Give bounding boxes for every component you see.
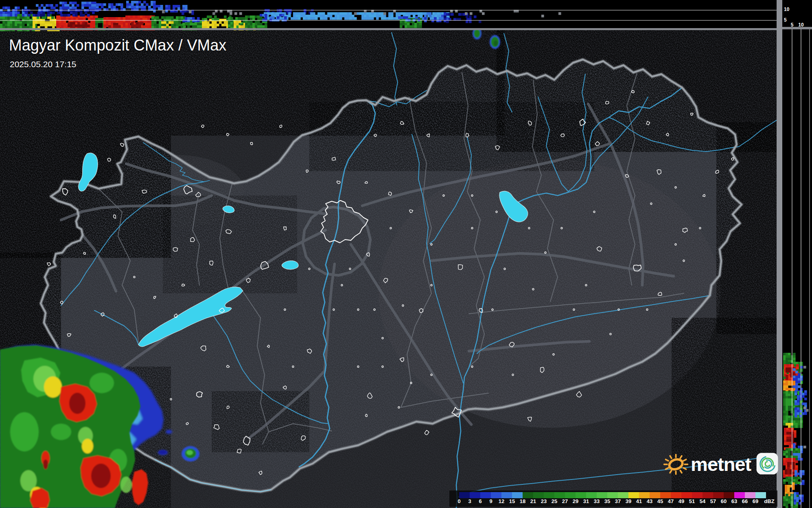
radar-cell [788, 367, 791, 370]
colorbar-cell [501, 492, 512, 498]
radar-cell [798, 373, 801, 376]
radar-cell [400, 20, 403, 23]
radar-cell [214, 24, 217, 26]
radar-cell [10, 24, 13, 26]
radar-cell [788, 388, 791, 391]
radar-cell [797, 395, 800, 398]
radar-cell [190, 20, 193, 23]
radar-cell [221, 19, 224, 22]
radar-cell [288, 12, 291, 15]
radar-cell [48, 4, 51, 7]
colorbar-cell [703, 492, 713, 498]
radar-cell [197, 20, 200, 22]
radar-cell [795, 420, 798, 423]
radar-cell [332, 12, 335, 15]
radar-cell [5, 14, 8, 17]
radar-cell [56, 20, 59, 23]
radar-cell [0, 14, 3, 17]
radar-cell [250, 15, 253, 18]
radar-cell [798, 369, 801, 372]
radar-cell [791, 364, 794, 367]
radar-cell [52, 11, 55, 14]
colorbar-tick: 47 [668, 498, 674, 504]
radar-cell [801, 497, 804, 500]
radar-cell [790, 448, 793, 451]
radar-cell [199, 25, 202, 28]
radar-cell [68, 22, 70, 25]
radar-cell [276, 12, 279, 15]
radar-cell [2, 24, 5, 26]
radar-cell [359, 12, 362, 15]
radar-cell [381, 15, 384, 18]
radar-cell [177, 5, 180, 8]
radar-cell [788, 501, 791, 504]
radar-cell [12, 19, 15, 22]
radar-cell [786, 418, 788, 421]
radar-cell [417, 25, 420, 28]
radar-cell [796, 499, 799, 502]
colorbar-cell [713, 492, 724, 498]
radar-cell [798, 451, 801, 453]
radar-cell [95, 25, 98, 28]
colorbar-tick: 69 [753, 498, 758, 504]
radar-cell [789, 442, 792, 445]
radar-cell [801, 499, 804, 502]
radar-cell [72, 11, 75, 14]
radar-cell [795, 425, 798, 428]
radar-cell [800, 369, 803, 372]
radar-cell [197, 23, 200, 26]
right-strip-axis-label-10km: 10 [798, 22, 803, 28]
radar-cell [236, 23, 239, 26]
radar-cell [126, 6, 129, 9]
radar-cell [47, 14, 50, 17]
radar-cell [209, 19, 212, 22]
radar-cell [236, 20, 239, 23]
radar-cell [790, 411, 793, 413]
radar-cell [24, 19, 27, 22]
radar-cell [15, 19, 18, 22]
radar-cell [347, 17, 350, 20]
radar-cell [51, 16, 54, 19]
radar-cell [786, 362, 788, 365]
radar-cell [793, 448, 796, 451]
radar-cell [792, 485, 795, 488]
radar-cell [113, 6, 116, 9]
radar-cell [40, 24, 43, 26]
radar-cell [330, 12, 333, 15]
radar-cell [803, 407, 806, 409]
radar-cell [786, 477, 788, 479]
radar-cell [796, 364, 799, 367]
radar-cell [794, 412, 797, 415]
colorbar-tick: 15 [509, 498, 515, 504]
radar-cell [262, 25, 265, 28]
radar-cell [795, 385, 798, 388]
radar-cell [145, 25, 148, 28]
radar-cell [794, 492, 797, 495]
radar-cell [134, 24, 136, 27]
radar-cell [793, 477, 796, 479]
radar-cell [17, 14, 20, 17]
radar-cell [783, 496, 786, 499]
radar-cell [794, 473, 797, 475]
radar-cell [784, 428, 787, 431]
radar-cell [147, 20, 150, 23]
radar-cell [46, 4, 48, 7]
radar-cell [138, 24, 141, 27]
map-top-separator [0, 28, 777, 30]
radar-cell [40, 19, 43, 22]
radar-cell [800, 451, 803, 453]
colorbar-cell [660, 492, 671, 498]
radar-cell [234, 12, 237, 15]
radar-cell [383, 17, 386, 20]
radar-cell [204, 24, 207, 26]
radar-cell [12, 16, 15, 19]
radar-cell [108, 20, 111, 22]
radar-cell [129, 6, 131, 9]
radar-cell [303, 17, 306, 20]
radar-cell [234, 23, 236, 26]
radar-cell [230, 22, 233, 25]
radar-cell [33, 19, 35, 22]
colorbar-tick: 57 [710, 498, 716, 504]
radar-cell [804, 393, 807, 396]
radar-cell [214, 21, 217, 24]
